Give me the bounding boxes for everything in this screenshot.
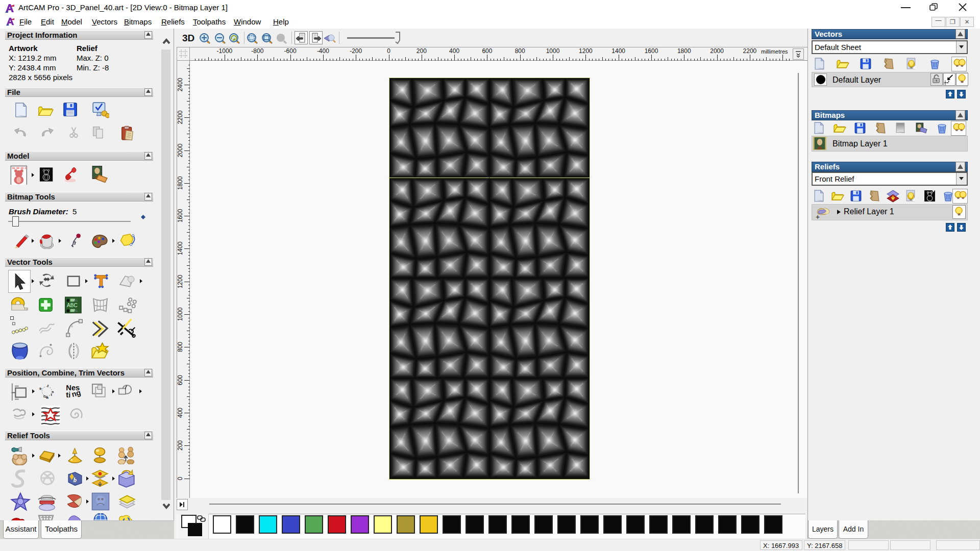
svg-text:ti: ti [66,391,70,399]
svg-text:ng: ng [71,388,82,398]
svg-text:t: t [46,384,50,388]
svg-text:b: b [74,477,77,484]
svg-text:a: a [39,386,43,391]
svg-text:+: + [816,213,820,220]
svg-text:ABC: ABC [67,303,78,308]
